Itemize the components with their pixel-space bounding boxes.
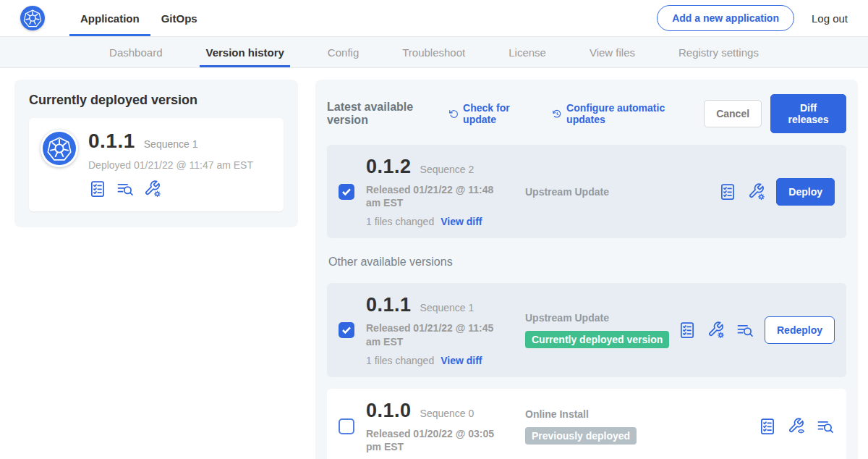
subnav-label-license: License [509, 46, 546, 59]
check-for-update-link[interactable]: Check for update [448, 102, 533, 125]
subnav-label-version-history: Version history [205, 46, 284, 59]
subnav-label-dashboard: Dashboard [109, 46, 162, 59]
subnav-item-config[interactable]: Config [306, 37, 380, 67]
subnav-item-version-history[interactable]: Version history [184, 37, 305, 67]
version-info-0-1-0: 0.1.0 Sequence 0 Released 01/20/22 @ 03:… [366, 400, 522, 453]
version-checkbox-0-1-2[interactable] [339, 184, 354, 200]
cancel-button[interactable]: Cancel [704, 100, 762, 127]
configure-automatic-updates-link[interactable]: Configure automatic updates [552, 102, 686, 125]
currently-deployed-version-card: 0.1.1 Sequence 1 Deployed 01/21/22 @ 11:… [29, 118, 284, 211]
preflight-checklist-icon[interactable] [758, 417, 777, 436]
redeploy-button[interactable]: Redeploy [765, 316, 835, 344]
version-number: 0.1.1 [366, 294, 412, 316]
preflight-checklist-icon[interactable] [678, 321, 697, 340]
tab-application[interactable]: Application [69, 0, 150, 36]
version-source-0-1-0: Online Install Previously deployed [522, 408, 758, 445]
checkmark-icon [341, 188, 352, 196]
row-gap [327, 377, 846, 389]
version-actions-0-1-1: Redeploy [678, 316, 835, 344]
files-changed-label: 1 files changed [366, 355, 434, 366]
latest-available-title: Latest available version [327, 101, 438, 127]
deployed-timestamp: Deployed 01/21/22 @ 11:47 am EST [88, 159, 253, 171]
app-logo [41, 130, 78, 167]
other-available-versions-label: Other available versions [328, 256, 845, 269]
previously-deployed-badge: Previously deployed [525, 427, 637, 445]
subnav-label-registry-settings: Registry settings [678, 46, 759, 59]
deploy-logs-search-icon[interactable] [736, 321, 754, 340]
files-changed-label: 1 files changed [366, 216, 434, 227]
version-source-0-1-1: Upstream Update Currently deployed versi… [522, 312, 678, 348]
tab-gitops-label: GitOps [161, 12, 197, 25]
version-released-timestamp: Released 01/21/22 @ 11:45 am EST [366, 321, 509, 348]
config-wrench-gear-icon[interactable] [143, 180, 162, 198]
version-source-label: Upstream Update [525, 312, 678, 324]
top-nav: Application GitOps Add a new application… [0, 0, 868, 36]
view-diff-link[interactable]: View diff [441, 355, 482, 366]
subnav-label-view-files: View files [590, 46, 635, 59]
configure-automatic-updates-label: Configure automatic updates [566, 102, 685, 125]
version-source-0-1-2: Upstream Update [522, 186, 718, 198]
add-application-button[interactable]: Add a new application [657, 5, 794, 31]
main-content: Currently deployed version 0.1.1 Sequenc… [0, 68, 868, 459]
currently-deployed-title: Currently deployed version [29, 93, 284, 108]
version-number: 0.1.0 [366, 400, 412, 422]
version-history-panel: Latest available version Check for updat… [315, 80, 858, 459]
deploy-button[interactable]: Deploy [776, 178, 835, 206]
subnav-item-view-files[interactable]: View files [568, 37, 657, 67]
preflight-checklist-icon[interactable] [88, 180, 107, 198]
schedule-update-icon [552, 108, 562, 120]
version-checkbox-0-1-0[interactable] [339, 418, 354, 434]
refresh-icon [448, 108, 459, 120]
version-info-0-1-2: 0.1.2 Sequence 2 Released 01/21/22 @ 11:… [366, 156, 522, 227]
app-sub-nav: Dashboard Version history Config Trouble… [0, 36, 868, 68]
panel-header: Latest available version Check for updat… [327, 94, 846, 133]
deployed-version-number: 0.1.1 [88, 130, 135, 153]
version-sequence: Sequence 1 [420, 302, 475, 313]
diff-releases-button[interactable]: Diff releases [770, 94, 846, 133]
version-source-label: Online Install [525, 408, 758, 420]
checkmark-icon [341, 326, 352, 334]
subnav-item-registry-settings[interactable]: Registry settings [657, 37, 780, 67]
version-released-timestamp: Released 01/20/22 @ 03:05 pm EST [366, 427, 509, 453]
subnav-item-troubleshoot[interactable]: Troubleshoot [380, 37, 487, 67]
deploy-logs-search-icon[interactable] [116, 180, 135, 198]
version-source-label: Upstream Update [525, 186, 718, 198]
version-number: 0.1.2 [366, 156, 412, 178]
subnav-item-dashboard[interactable]: Dashboard [88, 37, 184, 67]
check-for-update-label: Check for update [463, 102, 533, 125]
version-row-0-1-2: 0.1.2 Sequence 2 Released 01/21/22 @ 11:… [327, 145, 846, 238]
subnav-item-license[interactable]: License [487, 37, 568, 67]
config-wrench-eye-icon[interactable] [787, 417, 806, 436]
version-released-timestamp: Released 01/21/22 @ 11:48 am EST [366, 183, 509, 209]
currently-deployed-card: Currently deployed version 0.1.1 Sequenc… [14, 80, 298, 227]
tab-application-label: Application [80, 12, 140, 25]
subnav-label-troubleshoot: Troubleshoot [402, 46, 465, 59]
top-nav-tabs: Application GitOps [69, 0, 208, 36]
config-wrench-gear-icon[interactable] [707, 321, 726, 340]
version-info-0-1-1: 0.1.1 Sequence 1 Released 01/21/22 @ 11:… [366, 294, 522, 366]
version-checkbox-0-1-1[interactable] [339, 322, 354, 338]
version-sequence: Sequence 0 [420, 408, 475, 419]
currently-deployed-badge: Currently deployed version [525, 331, 669, 348]
view-diff-link[interactable]: View diff [441, 216, 482, 227]
deployed-version-details: 0.1.1 Sequence 1 Deployed 01/21/22 @ 11:… [88, 130, 253, 198]
tab-gitops[interactable]: GitOps [150, 0, 208, 36]
logout-link[interactable]: Log out [812, 12, 848, 25]
version-sequence: Sequence 2 [420, 164, 475, 175]
version-actions-0-1-2: Deploy [718, 178, 835, 206]
config-wrench-gear-icon[interactable] [747, 182, 766, 201]
deploy-logs-search-icon[interactable] [816, 417, 835, 436]
version-actions-0-1-0 [758, 417, 835, 436]
version-row-0-1-0: 0.1.0 Sequence 0 Released 01/20/22 @ 03:… [327, 389, 846, 459]
preflight-checklist-icon[interactable] [718, 182, 737, 201]
subnav-label-config: Config [328, 46, 359, 59]
kubernetes-logo [20, 6, 45, 30]
deployed-sequence: Sequence 1 [144, 138, 198, 150]
version-row-0-1-1: 0.1.1 Sequence 1 Released 01/21/22 @ 11:… [327, 283, 846, 376]
